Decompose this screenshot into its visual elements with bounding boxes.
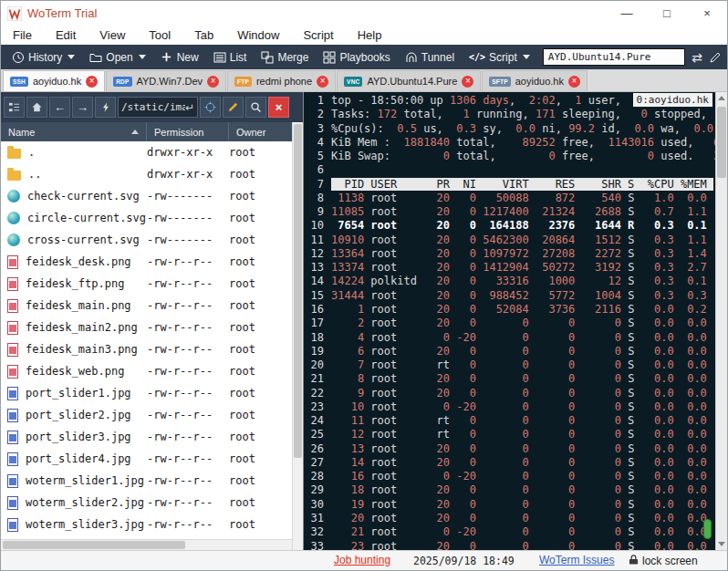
file-row[interactable]: .drwxr-xr-xroot (1, 141, 292, 163)
tab-redmi-phone[interactable]: FTPredmi phone× (227, 70, 336, 91)
terminal-scrollbar[interactable] (715, 92, 727, 550)
tree-view-button[interactable] (4, 97, 25, 118)
close-panel-button[interactable]: × (268, 97, 289, 118)
woterm-issues-link[interactable]: WoTerm Issues (539, 554, 614, 566)
terminal-line: 28 16 root 0 -20 0 0 0 S 0.0 0.0 (307, 470, 715, 483)
file-row[interactable]: feidesk_main.png-rw-r--r--root (1, 295, 292, 317)
scroll-up-icon[interactable] (716, 92, 727, 104)
file-row[interactable]: port_slider2.jpg-rw-r--r--root (1, 404, 292, 426)
file-name: cross-current.svg (27, 234, 140, 246)
horizontal-scrollbar[interactable] (1, 539, 292, 550)
target-session-combo[interactable]: AYD.Ubuntu14.Pure (543, 48, 685, 66)
file-row[interactable]: port_slider4.jpg-rw-r--r--root (1, 448, 292, 470)
list-button[interactable]: List (208, 49, 253, 66)
tab-close-icon[interactable]: × (207, 76, 219, 88)
line-text: 4 root 0 -20 0 0 0 S 0.0 0.0 (331, 331, 707, 345)
scrollbar-thumb[interactable] (294, 124, 302, 458)
menu-edit[interactable]: Edit (44, 26, 88, 45)
tab-label: AYD.Win7.Dev (137, 76, 203, 87)
floating-indicator-icon[interactable] (703, 519, 712, 539)
plus-icon (161, 51, 173, 64)
edit-path-button[interactable] (223, 97, 244, 118)
terminal-line: 1213364 root 20 0 1097972 27208 2272 S 0… (307, 247, 715, 261)
file-row[interactable]: check-current.svg-rw-------root (1, 185, 292, 207)
file-row[interactable]: woterm_slider3.jpg-rw-r--r--root (1, 514, 292, 535)
file-permission: -rw-r--r-- (147, 299, 229, 312)
scroll-down-icon[interactable] (716, 538, 727, 550)
line-number: 32 (307, 525, 324, 539)
line-number: 22 (307, 387, 324, 400)
enter-icon[interactable]: ↵ (185, 101, 194, 114)
file-row[interactable]: feidesk_main3.png-rw-r--r--root (1, 338, 292, 360)
file-name: port_slider4.jpg (26, 452, 131, 465)
menu-window[interactable]: Window (225, 26, 291, 45)
tab-close-icon[interactable]: × (86, 76, 98, 88)
tab-close-icon[interactable]: × (568, 76, 580, 88)
history-button[interactable]: History (6, 49, 80, 66)
line-number: 28 (307, 470, 324, 483)
file-row[interactable]: circle-current.svg-rw-------root (1, 207, 292, 229)
tab-aoyiduo.hk[interactable]: SSHaoyiduo.hk× (3, 70, 105, 91)
back-button[interactable]: ← (49, 97, 70, 118)
menu-tool[interactable]: Tool (137, 26, 182, 45)
menu-help[interactable]: Help (346, 26, 394, 45)
tab-close-icon[interactable]: × (462, 76, 473, 88)
terminal-view[interactable]: 0:aoyiduo.hk 1top - 18:50:00 up 1306 day… (304, 92, 715, 550)
open-button[interactable]: Open (84, 49, 151, 66)
woterm-window: WoTerm Trial — □ × File Edit View Tool T… (0, 0, 728, 571)
minimize-button[interactable]: — (607, 1, 647, 26)
tab-close-icon[interactable]: × (317, 76, 328, 88)
tunnel-label: Tunnel (421, 51, 454, 64)
file-permission: -rw------- (147, 190, 229, 202)
file-row[interactable]: feidesk_desk.png-rw-r--r--root (1, 251, 292, 273)
window-title: WoTerm Trial (27, 6, 97, 20)
path-input[interactable]: /static/ima (121, 101, 185, 113)
tab-ayd.win7.dev[interactable]: RDPAYD.Win7.Dev× (106, 70, 226, 91)
merge-button[interactable]: Merge (255, 49, 314, 66)
script-button[interactable]: </> Script (463, 49, 536, 66)
png-file-icon (7, 277, 18, 291)
terminal-line: 8 1138 root 20 0 50088 872 540 S 1.0 0.0 (307, 192, 715, 205)
menu-file[interactable]: File (1, 26, 44, 45)
edit-session-icon[interactable] (709, 51, 722, 64)
menu-view[interactable]: View (88, 26, 137, 45)
scrollbar-thumb[interactable] (3, 541, 185, 549)
column-header-permission[interactable]: Permission (147, 122, 229, 141)
line-text: PID USER PR NI VIRT RES SHR S %CPU %MEM (331, 178, 713, 192)
file-row[interactable]: woterm_slider2.jpg-rw-r--r--root (1, 492, 292, 514)
file-name-cell: port_slider1.jpg (1, 387, 147, 400)
file-row[interactable]: feidesk_ftp.png-rw-r--r--root (1, 273, 292, 295)
lock-screen-button[interactable]: lock screen (629, 554, 698, 568)
new-button[interactable]: New (155, 49, 204, 66)
scrollbar-thumb[interactable] (717, 107, 726, 178)
home-button[interactable] (26, 97, 47, 118)
column-header-owner[interactable]: Owner (229, 122, 292, 141)
file-row[interactable]: port_slider3.jpg-rw-r--r--root (1, 426, 292, 448)
file-row[interactable]: port_slider1.jpg-rw-r--r--root (1, 382, 292, 404)
menu-tab[interactable]: Tab (182, 26, 225, 45)
swap-session-icon[interactable]: ⇄ (689, 50, 705, 65)
path-box: /static/ima ↵ (118, 97, 198, 118)
column-header-name[interactable]: Name (1, 122, 147, 141)
tunnel-button[interactable]: Tunnel (400, 49, 460, 66)
tab-aoyiduo.hk[interactable]: SFTPaoyiduo.hk× (482, 70, 588, 91)
file-row[interactable]: feidesk_web.png-rw-r--r--root (1, 360, 292, 382)
search-button[interactable] (245, 97, 266, 118)
jpg-file-icon (7, 452, 18, 466)
file-vertical-scrollbar[interactable] (292, 122, 303, 550)
tab-ayd.ubuntu14.pure[interactable]: VNCAYD.Ubuntu14.Pure× (337, 70, 481, 91)
forward-button[interactable]: → (72, 97, 93, 118)
file-row[interactable]: feidesk_main2.png-rw-r--r--root (1, 317, 292, 338)
job-hunting-link[interactable]: Job hunting (334, 554, 390, 566)
file-name-cell: . (1, 146, 147, 159)
menu-script[interactable]: Script (291, 26, 345, 45)
playbooks-button[interactable]: Playbooks (317, 49, 395, 66)
file-row[interactable]: woterm_slider1.jpg-rw-r--r--root (1, 470, 292, 492)
file-row[interactable]: ..drwxr-xr-xroot (1, 163, 292, 185)
file-row[interactable]: cross-current.svg-rw-------root (1, 229, 292, 251)
line-number: 26 (307, 442, 324, 456)
goto-target-button[interactable] (200, 97, 221, 118)
close-button[interactable]: × (687, 1, 727, 26)
refresh-lightning-button[interactable] (95, 97, 116, 118)
maximize-button[interactable]: □ (647, 1, 687, 26)
